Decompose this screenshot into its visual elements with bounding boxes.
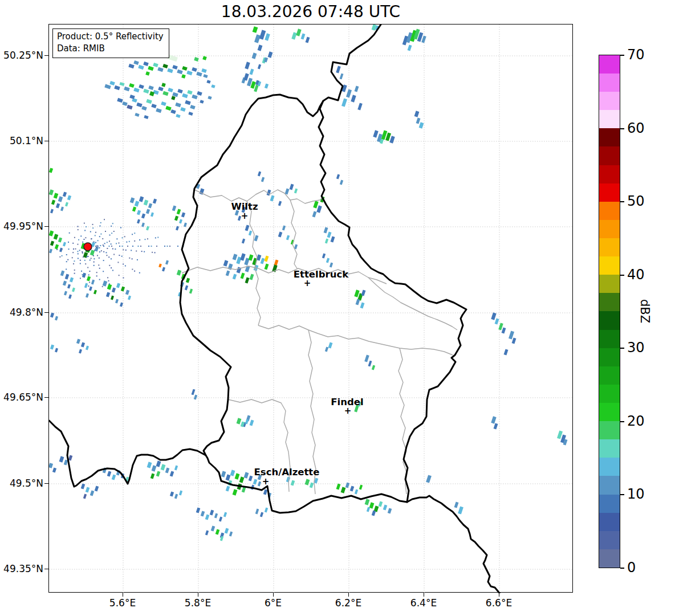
x-tick-label: 6.2°E (335, 597, 361, 609)
radar-echo-cell (120, 303, 123, 307)
radar-echo-cell (190, 105, 195, 109)
clutter-dot (123, 249, 124, 250)
radar-echo-cell (172, 205, 177, 211)
clutter-dot (157, 237, 158, 238)
radar-echo-cell (265, 33, 270, 40)
clutter-dot (119, 255, 120, 256)
radar-echo-cell (310, 482, 314, 488)
clutter-dot (86, 256, 87, 258)
colorbar-segment (599, 202, 620, 220)
clutter-dot (105, 252, 107, 253)
radar-echo-cell (454, 501, 459, 508)
radar-echo-cell (106, 292, 110, 297)
radar-echo-cell (89, 287, 92, 291)
radar-echo-cell (341, 98, 347, 107)
clutter-dot (156, 246, 157, 247)
radar-echo-cell (115, 299, 119, 304)
clutter-dot (120, 227, 121, 229)
clutter-dot (167, 246, 168, 247)
radar-echo-cell (177, 70, 182, 74)
clutter-dot (132, 234, 133, 235)
radar-echo-cell (91, 280, 95, 285)
radar-echo-cell (141, 213, 145, 218)
colorbar-tick-label: 60 (627, 120, 645, 136)
clutter-dot (80, 260, 81, 261)
radar-echo-cell (322, 254, 326, 259)
clutter-dot (140, 246, 141, 247)
radar-echo-cell (189, 289, 193, 294)
clutter-dot (59, 256, 60, 258)
clutter-dot (119, 275, 120, 276)
radar-echo-cell (196, 507, 201, 513)
clutter-dot (62, 255, 63, 256)
clutter-dot (104, 243, 105, 244)
radar-echo-cell (147, 462, 152, 468)
radar-echo-cell (336, 483, 341, 489)
radar-echo-cell (79, 349, 82, 354)
map-plot-area (48, 24, 573, 593)
clutter-dot (84, 260, 86, 261)
district-border (290, 200, 297, 268)
clutter-dot (84, 223, 85, 224)
clutter-dot (103, 271, 104, 272)
colorbar-tick-mark (620, 568, 624, 569)
radar-echo-cell (176, 114, 180, 118)
city-marker-cross: + (262, 479, 270, 484)
y-tick-mark (44, 397, 48, 398)
radar-echo-cell (255, 509, 259, 515)
radar-echo-cell (265, 255, 269, 262)
radar-echo-cell (245, 419, 249, 425)
clutter-dot (119, 246, 120, 247)
radar-echo-cell (243, 73, 249, 80)
radar-echo-cell (230, 470, 235, 476)
clutter-dot (86, 226, 87, 227)
clutter-dot (77, 251, 78, 252)
clutter-dot (56, 249, 58, 250)
clutter-dot (152, 252, 153, 253)
clutter-dot (93, 255, 94, 256)
clutter-dot (122, 246, 123, 247)
radar-echo-cell (84, 283, 88, 288)
radar-echo-cell (368, 361, 372, 367)
radar-echo-cell (55, 348, 58, 353)
radar-echo-cell (201, 68, 206, 73)
radar-echo-cell (161, 101, 166, 106)
district-border (182, 266, 387, 284)
radar-echo-cell (250, 274, 254, 280)
radar-echo-cell (64, 291, 67, 296)
product-line: Product: 0.5° Reflectivity (57, 31, 164, 43)
radar-echo-cell (161, 83, 166, 87)
x-tick-mark (198, 593, 199, 597)
clutter-dot (90, 259, 91, 260)
radar-echo-cell (144, 115, 148, 119)
clutter-dot (74, 270, 75, 271)
radar-echo-cell (512, 337, 517, 344)
clutter-dot (74, 273, 75, 274)
radar-echo-cell (90, 250, 95, 255)
radar-echo-cell (252, 52, 257, 59)
radar-echo-cell (215, 529, 220, 535)
radar-echo-cell (67, 284, 71, 289)
colorbar (599, 55, 620, 568)
radar-echo-cell (81, 342, 85, 347)
radar-echo-cell (294, 189, 298, 194)
radar-echo-cell (361, 289, 366, 296)
radar-echo-cell (327, 231, 332, 238)
radar-echo-cell (156, 460, 161, 467)
radar-echo-cell (263, 489, 268, 495)
radar-echo-cell (254, 34, 261, 43)
clutter-dot (118, 242, 119, 243)
radar-echo-cell (54, 193, 58, 198)
radar-echo-cell (177, 270, 181, 275)
radar-echo-cell (226, 486, 230, 491)
colorbar-tick-mark (620, 275, 624, 276)
clutter-dot (103, 246, 104, 247)
colorbar-segment (599, 128, 620, 146)
clutter-dot (117, 262, 119, 263)
clutter-dot (74, 237, 75, 238)
colorbar-segment (599, 220, 620, 238)
colorbar-segment (599, 165, 620, 183)
colorbar-tick-label: 10 (627, 486, 645, 502)
clutter-dot (84, 239, 85, 240)
radar-echo-cell (372, 365, 375, 370)
